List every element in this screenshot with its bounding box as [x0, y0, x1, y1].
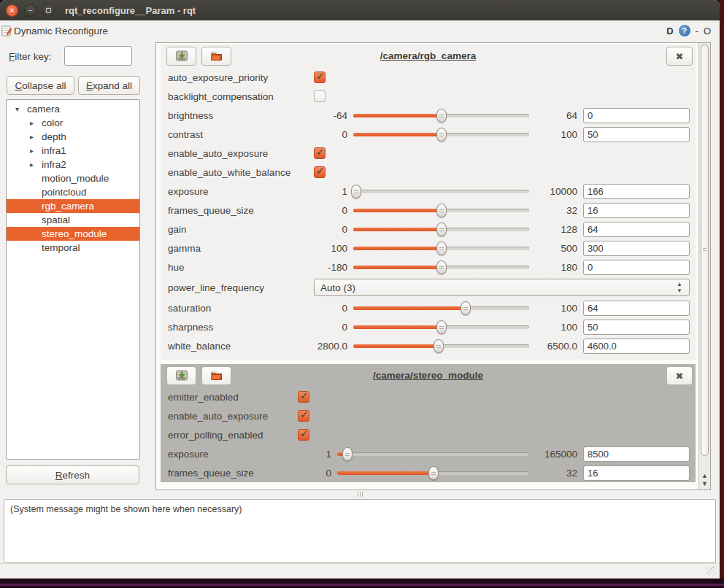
collapsed-arrow-icon[interactable]: ▸: [30, 133, 42, 141]
param-value-input[interactable]: [583, 320, 690, 335]
load-params-button[interactable]: [201, 366, 231, 385]
window-titlebar[interactable]: × − rqt_reconfigure__Param - rqt: [0, 0, 720, 20]
slider-handle[interactable]: [428, 466, 439, 480]
param-slider[interactable]: [353, 260, 529, 275]
param-checkbox[interactable]: ✓: [314, 71, 326, 83]
scrollbar-thumb[interactable]: [701, 45, 709, 456]
expanded-arrow-icon[interactable]: ▾: [15, 105, 27, 113]
save-params-button[interactable]: [166, 47, 196, 66]
window-close-icon[interactable]: ×: [6, 4, 18, 17]
param-slider[interactable]: [337, 465, 529, 481]
resize-grip-icon[interactable]: [706, 566, 717, 576]
sidebar-item-color[interactable]: ▸color: [7, 116, 139, 130]
param-checkbox[interactable]: ✓: [298, 391, 309, 403]
param-checkbox[interactable]: ✓: [314, 147, 326, 159]
tree-item-label: temporal: [42, 242, 80, 253]
sidebar-item-infra1[interactable]: ▸infra1: [7, 144, 139, 158]
collapse-all-button[interactable]: Collapse all: [7, 76, 74, 95]
sidebar-item-depth[interactable]: ▸depth: [7, 130, 139, 144]
param-checkbox[interactable]: ✓: [298, 410, 309, 422]
scroll-up-icon[interactable]: ▲: [701, 472, 708, 480]
param-value-input[interactable]: [583, 339, 690, 354]
param-value-input[interactable]: [583, 127, 690, 142]
slider-max-value: 180: [535, 262, 577, 273]
sidebar-item-stereo-module[interactable]: stereo_module: [7, 227, 139, 241]
param-value-input[interactable]: [583, 465, 690, 481]
param-value-input[interactable]: [583, 184, 690, 199]
save-params-button[interactable]: [166, 366, 196, 385]
plugin-minimize-button[interactable]: -: [696, 26, 698, 36]
param-checkbox[interactable]: ✓: [298, 429, 309, 441]
sidebar-item-spatial[interactable]: spatial: [7, 213, 139, 227]
panel-title-link[interactable]: /camera/stereo_module: [234, 370, 623, 381]
param-label: contrast: [168, 129, 314, 140]
close-panel-button[interactable]: ✖: [666, 366, 693, 385]
expand-all-button[interactable]: Expand all: [78, 76, 140, 95]
slider-handle[interactable]: [461, 301, 471, 315]
slider-handle[interactable]: [436, 223, 447, 236]
param-value-input[interactable]: [583, 260, 690, 275]
window-maximize-icon[interactable]: [42, 4, 55, 17]
param-slider[interactable]: [353, 241, 529, 256]
slider-max-value: 100: [535, 322, 577, 333]
param-value-input[interactable]: [583, 301, 690, 316]
spinner-arrows-icon: ▲▼: [677, 281, 682, 294]
collapsed-arrow-icon[interactable]: ▸: [30, 160, 42, 169]
param-dropdown[interactable]: Auto (3) ▲▼: [314, 279, 690, 296]
slider-handle[interactable]: [436, 320, 447, 334]
tree-item-label: camera: [27, 104, 60, 115]
plugin-close-button[interactable]: O: [704, 26, 711, 36]
param-label: gain: [168, 224, 314, 235]
param-slider[interactable]: [353, 203, 529, 218]
slider-handle[interactable]: [436, 260, 447, 274]
scrollbar-steppers[interactable]: ▲ ▼: [700, 472, 709, 488]
close-panel-button[interactable]: ✖: [666, 47, 693, 66]
refresh-button[interactable]: Refresh: [6, 465, 139, 484]
slider-handle[interactable]: [436, 109, 447, 123]
slider-handle[interactable]: [436, 204, 447, 217]
param-slider[interactable]: [353, 339, 529, 354]
slider-handle[interactable]: [342, 447, 353, 461]
help-icon[interactable]: ?: [679, 25, 690, 36]
slider-handle[interactable]: [351, 185, 361, 198]
param-checkbox[interactable]: ✓: [314, 166, 326, 178]
load-params-button[interactable]: [201, 47, 231, 66]
filter-key-input[interactable]: [64, 46, 132, 66]
slider-handle[interactable]: [434, 339, 444, 353]
sidebar-item-camera[interactable]: ▾camera: [7, 102, 139, 116]
collapsed-arrow-icon[interactable]: ▸: [30, 147, 42, 155]
splitter-handle[interactable]: [354, 492, 366, 498]
sidebar-item-motion-module[interactable]: motion_module: [7, 171, 139, 185]
param-value-input[interactable]: [583, 203, 690, 218]
panel-title-link[interactable]: /camera/rgb_camera: [234, 50, 623, 61]
param-slider[interactable]: [353, 301, 529, 316]
sidebar-item-rgb-camera[interactable]: rgb_camera: [7, 199, 139, 213]
slider-handle[interactable]: [436, 128, 447, 142]
scroll-down-icon[interactable]: ▼: [701, 480, 708, 488]
param-slider[interactable]: [353, 108, 529, 123]
dock-button[interactable]: D: [666, 26, 673, 36]
system-message-text: (System message might be shown here when…: [10, 504, 242, 514]
param-slider[interactable]: [353, 222, 529, 237]
param-value-input[interactable]: [583, 241, 690, 256]
param-checkbox[interactable]: ✓: [314, 90, 326, 102]
window-minimize-icon[interactable]: −: [24, 4, 36, 17]
open-folder-icon: [210, 370, 223, 382]
sidebar-item-infra2[interactable]: ▸infra2: [7, 158, 139, 171]
param-value-input[interactable]: [583, 446, 690, 462]
collapsed-arrow-icon[interactable]: ▸: [30, 119, 42, 127]
window-controls: × −: [6, 4, 55, 17]
param-slider[interactable]: [353, 127, 529, 142]
sidebar-item-temporal[interactable]: temporal: [7, 241, 139, 255]
param-value-input[interactable]: [583, 108, 690, 123]
param-slider[interactable]: [337, 446, 529, 462]
sidebar-item-pointcloud[interactable]: pointcloud: [7, 185, 139, 199]
vertical-scrollbar[interactable]: ▲ ▼: [698, 43, 710, 490]
rqt-window: × − rqt_reconfigure__Param - rqt Dynamic…: [0, 0, 720, 579]
param-value-input[interactable]: [583, 222, 690, 237]
slider-handle[interactable]: [436, 241, 447, 255]
param-slider[interactable]: [353, 184, 529, 199]
param-slider[interactable]: [353, 320, 529, 335]
param-label: backlight_compensation: [168, 91, 314, 102]
node-tree: ▾camera ▸color ▸depth ▸infra1 ▸infra2 mo…: [6, 99, 140, 460]
